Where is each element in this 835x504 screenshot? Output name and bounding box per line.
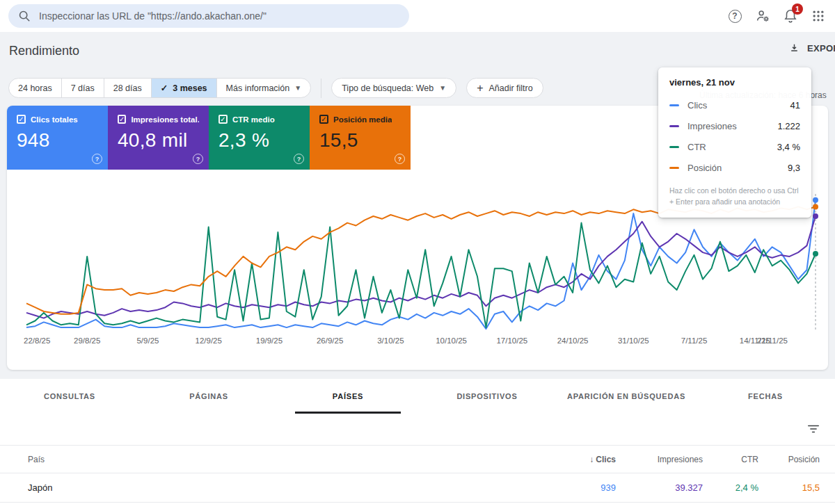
checkbox-checked-icon[interactable]: ✓ [118,115,126,124]
metric-value: 948 [17,129,98,152]
date-range-selector: 24 horas 7 días 28 días ✓3 meses Más inf… [8,78,311,98]
tab-fechas[interactable]: FECHAS [696,379,835,414]
impresiones-cell: 39.327 [616,482,703,493]
page-header: Rendimiento EXPORTAR [0,32,835,68]
dimensions-table-card: CONSULTAS PÁGINAS PAÍSES DISPOSITIVOS AP… [0,379,835,504]
help-icon[interactable]: ? [92,154,102,164]
x-axis-label: 7/11/25 [681,336,708,345]
tile-posicion-media[interactable]: ✓ Posición media 15,5 ? [310,106,411,170]
x-axis-label: 26/9/25 [317,336,343,345]
dimension-tabs: CONSULTAS PÁGINAS PAÍSES DISPOSITIVOS AP… [0,379,835,414]
checkbox-checked-icon[interactable]: ✓ [319,115,328,124]
tile-impresiones-totales[interactable]: ✓ Impresiones total… 40,8 mil ? [108,106,209,170]
tab-aparicion[interactable]: APARICIÓN EN BÚSQUEDAS [557,379,696,414]
topbar: ? 1 [0,0,835,32]
series-line-ctr [26,223,816,328]
chevron-down-icon: ▼ [294,84,301,92]
page-title: Rendimiento [9,44,79,58]
tile-clics-totales[interactable]: ✓ Clics totales 948 ? [7,106,108,170]
x-axis-label: 21/11/25 [757,336,788,345]
export-button[interactable]: EXPORTAR [788,42,835,54]
hover-dot-clics [813,197,818,203]
x-axis-label: 29/8/25 [74,336,100,345]
tab-consultas[interactable]: CONSULTAS [0,379,139,414]
help-button[interactable]: ? [721,2,749,30]
metric-value: 40,8 mil [118,129,199,152]
search-input[interactable] [39,10,399,22]
apps-grid-button[interactable] [804,2,832,30]
column-header-clics[interactable]: ↓Clics [539,455,616,464]
series-dash-icon [669,146,679,148]
x-axis-labels: 22/8/2529/8/255/9/2512/9/2519/9/2526/9/2… [21,336,821,348]
tab-paginas[interactable]: PÁGINAS [139,379,278,414]
range-7d-button[interactable]: 7 días [62,79,104,97]
chart-tooltip: viernes, 21 nov Clics 41 Impresiones 1.2… [658,67,811,218]
url-inspect-searchbar[interactable] [8,4,409,28]
search-type-dropdown[interactable]: Tipo de búsqueda: Web▼ [331,78,456,98]
series-line-impresiones [26,216,816,318]
series-dash-icon [669,167,679,169]
divider [321,79,321,98]
x-axis-label: 24/10/25 [557,336,589,345]
check-icon: ✓ [161,83,168,93]
tile-ctr-medio[interactable]: ✓ CTR medio 2,3 % ? [209,106,310,170]
range-28d-button[interactable]: 28 días [104,79,152,97]
hover-dot-impresiones [813,213,818,219]
user-settings-button[interactable] [749,2,777,30]
posicion-cell: 15,5 [758,482,820,493]
more-info-dropdown[interactable]: Más información▼ [217,79,311,97]
notification-badge: 1 [792,3,803,15]
x-axis-label: 12/9/25 [196,336,222,345]
table-filter-icon[interactable] [807,423,820,434]
x-axis-label: 22/8/25 [24,336,50,345]
help-icon[interactable]: ? [294,154,304,164]
chevron-down-icon: ▼ [439,84,446,92]
tooltip-row-ctr: CTR 3,4 % [669,136,800,157]
metric-value: 2,3 % [218,129,300,152]
hover-dot-posición [813,204,818,209]
clics-cell: 939 [539,482,616,493]
metric-tiles: ✓ Clics totales 948 ? ✓ Impresiones tota… [7,106,411,170]
plus-icon: + [477,83,483,94]
user-gear-icon [755,8,770,24]
tooltip-hint: Haz clic con el botón derecho o usa Ctrl… [669,185,800,208]
checkbox-checked-icon[interactable]: ✓ [218,115,228,124]
tooltip-row-impresiones: Impresiones 1.222 [669,115,800,136]
tooltip-row-posicion: Posición 9,3 [669,157,800,178]
tab-dispositivos[interactable]: DISPOSITIVOS [418,379,557,414]
add-filter-button[interactable]: +Añadir filtro [466,78,543,98]
column-header-impresiones[interactable]: Impresiones [616,455,703,464]
column-header-ctr[interactable]: CTR [703,455,758,464]
help-icon[interactable]: ? [193,154,203,164]
country-cell: Japón [0,482,52,493]
metric-value: 15,5 [319,129,401,152]
x-axis-label: 19/9/25 [256,336,283,345]
hover-dot-ctr [813,251,818,257]
range-3m-button[interactable]: ✓3 meses [152,79,217,97]
x-axis-label: 31/10/25 [618,336,649,345]
help-icon[interactable]: ? [395,154,405,164]
tab-paises[interactable]: PAÍSES [278,379,418,414]
table-row[interactable]: Japón 939 39.327 2,4 % 15,5 [0,473,835,503]
x-axis-label: 10/10/25 [436,336,467,345]
sort-desc-icon: ↓ [589,455,594,464]
search-icon [18,10,31,22]
table-header-row: País ↓Clics Impresiones CTR Posición [0,446,835,473]
x-axis-label: 5/9/25 [136,336,159,345]
checkbox-checked-icon[interactable]: ✓ [17,115,26,124]
column-header-pais[interactable]: País [0,455,45,464]
range-24h-button[interactable]: 24 horas [9,79,62,97]
filter-row: 24 horas 7 días 28 días ✓3 meses Más inf… [8,78,543,98]
series-dash-icon [669,104,679,106]
apps-grid-icon [811,9,825,23]
ctr-cell: 2,4 % [703,482,758,493]
tooltip-date: viernes, 21 nov [669,77,800,88]
notifications-button[interactable]: 1 [777,2,804,30]
download-icon [788,42,800,54]
x-axis-label: 17/10/25 [496,336,527,345]
column-header-posicion[interactable]: Posición [758,455,820,464]
help-icon: ? [729,10,742,23]
x-axis-label: 3/10/25 [377,336,404,345]
series-dash-icon [669,125,679,127]
tooltip-row-clics: Clics 41 [669,95,800,115]
